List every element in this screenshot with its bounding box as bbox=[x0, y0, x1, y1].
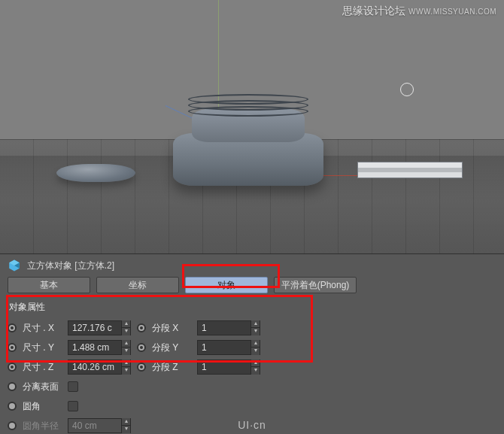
spinner[interactable]: ▴▾ bbox=[121, 360, 130, 375]
tab-object[interactable]: 对象 bbox=[185, 277, 268, 293]
radio-icon[interactable] bbox=[8, 382, 17, 391]
label-fillet-radius: 圆角半径 bbox=[23, 420, 62, 432]
spinner[interactable]: ▴▾ bbox=[250, 340, 260, 355]
input-fillet-radius: 40 cm ▴▾ bbox=[68, 418, 131, 433]
value-fillet-radius: 40 cm bbox=[68, 420, 121, 431]
object-lid[interactable] bbox=[56, 164, 135, 182]
label-seg-y: 分段 Y bbox=[152, 341, 191, 354]
jar-ring bbox=[188, 94, 308, 105]
spinner[interactable]: ▴▾ bbox=[121, 340, 130, 355]
radio-icon bbox=[8, 421, 17, 430]
section-title: 对象属性 bbox=[0, 299, 504, 318]
input-size-y[interactable]: 1.488 cm ▴▾ bbox=[68, 340, 131, 355]
watermark-bottom: UI·cn bbox=[238, 419, 266, 431]
tab-bar: 基本 坐标 对象 平滑着色(Phong) bbox=[0, 275, 504, 299]
spinner[interactable]: ▴▾ bbox=[250, 360, 260, 375]
panel-title: 立方体对象 [立方体.2] bbox=[27, 259, 114, 272]
row-separate: 分离表面 bbox=[8, 377, 496, 396]
label-seg-x: 分段 X bbox=[152, 322, 191, 335]
panel-titlebar: 立方体对象 [立方体.2] bbox=[0, 254, 504, 275]
input-size-z[interactable]: 140.26 cm ▴▾ bbox=[68, 360, 131, 375]
label-separate: 分离表面 bbox=[23, 381, 62, 393]
value-size-x: 127.176 c bbox=[68, 323, 121, 333]
watermark-title: 思缘设计论坛 bbox=[342, 5, 405, 17]
value-size-z: 140.26 cm bbox=[68, 362, 121, 372]
spinner[interactable]: ▴▾ bbox=[121, 320, 130, 335]
spinner: ▴▾ bbox=[121, 418, 130, 433]
label-size-y: 尺寸 . Y bbox=[23, 341, 62, 354]
label-seg-z: 分段 Z bbox=[152, 361, 191, 374]
radio-icon[interactable] bbox=[8, 323, 17, 332]
input-seg-x[interactable]: 1 ▴▾ bbox=[197, 320, 260, 335]
value-seg-z: 1 bbox=[198, 362, 250, 372]
row-fillet: 圆角 bbox=[8, 396, 496, 416]
tab-phong[interactable]: 平滑着色(Phong) bbox=[274, 277, 357, 293]
radio-icon[interactable] bbox=[8, 402, 17, 411]
label-size-x: 尺寸 . X bbox=[23, 322, 62, 335]
attributes-panel: 立方体对象 [立方体.2] 基本 坐标 对象 平滑着色(Phong) 对象属性 … bbox=[0, 253, 504, 434]
radio-icon[interactable] bbox=[137, 343, 146, 352]
spinner[interactable]: ▴▾ bbox=[250, 320, 260, 335]
object-jar[interactable] bbox=[173, 103, 323, 186]
tab-coord[interactable]: 坐标 bbox=[96, 277, 179, 293]
viewport-marker bbox=[400, 83, 414, 96]
object-cube[interactable] bbox=[357, 162, 463, 178]
checkbox-separate[interactable] bbox=[68, 381, 78, 392]
input-seg-y[interactable]: 1 ▴▾ bbox=[197, 340, 260, 355]
row-size-x: 尺寸 . X 127.176 c ▴▾ 分段 X 1 ▴▾ bbox=[8, 318, 496, 338]
object-properties: 尺寸 . X 127.176 c ▴▾ 分段 X 1 ▴▾ 尺寸 . Y 1.4… bbox=[0, 318, 504, 434]
radio-icon[interactable] bbox=[8, 363, 17, 372]
label-fillet: 圆角 bbox=[23, 400, 62, 413]
radio-icon[interactable] bbox=[137, 363, 146, 372]
input-seg-z[interactable]: 1 ▴▾ bbox=[197, 360, 260, 375]
label-size-z: 尺寸 . Z bbox=[23, 361, 62, 374]
watermark-top: 思缘设计论坛 WWW.MISSYUAN.COM bbox=[342, 5, 496, 18]
row-size-y: 尺寸 . Y 1.488 cm ▴▾ 分段 Y 1 ▴▾ bbox=[8, 338, 496, 357]
radio-icon[interactable] bbox=[8, 343, 17, 352]
3d-viewport[interactable] bbox=[0, 0, 504, 253]
value-seg-y: 1 bbox=[198, 342, 250, 353]
tab-basic[interactable]: 基本 bbox=[8, 277, 90, 293]
value-size-y: 1.488 cm bbox=[68, 342, 121, 353]
cube-icon bbox=[8, 259, 21, 272]
watermark-url: WWW.MISSYUAN.COM bbox=[408, 8, 496, 16]
row-size-z: 尺寸 . Z 140.26 cm ▴▾ 分段 Z 1 ▴▾ bbox=[8, 357, 496, 377]
radio-icon[interactable] bbox=[137, 323, 146, 332]
checkbox-fillet[interactable] bbox=[68, 401, 78, 411]
value-seg-x: 1 bbox=[198, 323, 250, 333]
input-size-x[interactable]: 127.176 c ▴▾ bbox=[68, 320, 131, 335]
